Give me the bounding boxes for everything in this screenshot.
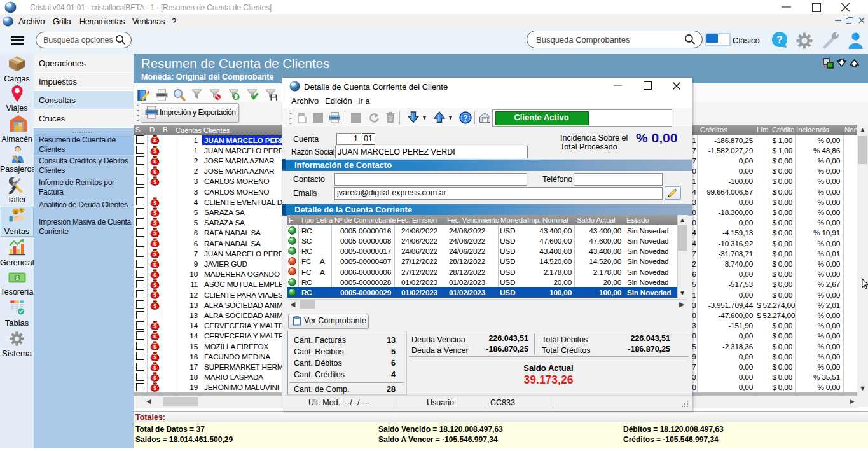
svg-text:$: $ [153,220,156,226]
svg-text:$: $ [20,209,23,214]
svg-text:?: ? [463,114,467,123]
svg-text:$: $ [153,343,156,350]
svg-text:$: $ [153,333,156,340]
svg-text:$: $ [153,210,156,216]
svg-text:$: $ [153,272,156,278]
svg-text:$: $ [153,375,156,381]
svg-text:$: $ [153,169,156,175]
svg-text:$: $ [153,261,156,268]
svg-text:$: $ [153,240,156,247]
svg-text:$: $ [153,200,156,206]
svg-text:$: $ [153,251,156,258]
svg-text:$: $ [153,158,156,165]
svg-text:?: ? [237,95,240,101]
svg-text:$: $ [153,148,156,155]
svg-text:$: $ [15,275,18,281]
svg-text:$: $ [153,282,156,288]
svg-text:$: $ [153,230,156,237]
svg-text:$: $ [153,323,156,330]
svg-text:$: $ [153,385,156,391]
svg-text:$: $ [153,292,156,298]
svg-text:$: $ [14,209,17,215]
svg-text:?: ? [776,34,783,45]
svg-text:$: $ [153,179,156,185]
svg-text:$: $ [153,354,156,361]
svg-text:$: $ [153,303,156,309]
svg-text:$: $ [153,137,156,144]
svg-text:$: $ [153,364,156,371]
